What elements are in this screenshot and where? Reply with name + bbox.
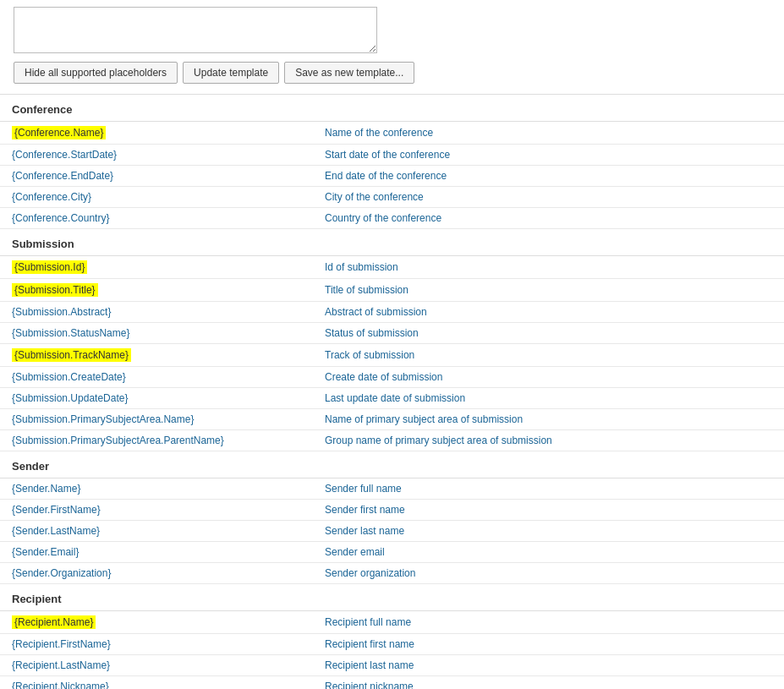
placeholder-cell: {Sender.LastName} (0, 521, 313, 542)
placeholder-cell: {Conference.Country} (0, 208, 313, 229)
table-row: {Conference.StartDate}Start date of the … (0, 145, 784, 166)
placeholder-cell: {Sender.Email} (0, 542, 313, 563)
description-cell: Create date of submission (313, 367, 784, 388)
description-cell: Last update date of submission (313, 388, 784, 409)
placeholder-cell: {Submission.StatusName} (0, 323, 313, 344)
description-cell: Recipient full name (313, 611, 784, 634)
placeholder-cell: {Submission.Title} (0, 279, 313, 302)
description-cell: Sender first name (313, 500, 784, 521)
table-row: {Conference.City}City of the conference (0, 187, 784, 208)
placeholder-text: {Sender.FirstName} (12, 504, 101, 516)
placeholder-cell: {Submission.Id} (0, 256, 313, 279)
placeholder-text: {Conference.EndDate} (12, 170, 113, 182)
description-cell: City of the conference (313, 187, 784, 208)
table-row: {Submission.Id}Id of submission (0, 256, 784, 279)
placeholder-text: {Conference.Country} (12, 212, 109, 224)
section-header: Submission (0, 229, 784, 256)
description-cell: Name of the conference (313, 122, 784, 145)
description-cell: Sender organization (313, 563, 784, 584)
highlighted-placeholder: {Submission.TrackName} (12, 348, 131, 362)
placeholder-cell: {Conference.EndDate} (0, 166, 313, 187)
section-header: Conference (0, 95, 784, 122)
description-cell: Sender email (313, 542, 784, 563)
highlighted-placeholder: {Conference.Name} (12, 126, 106, 139)
placeholder-text: {Submission.UpdateDate} (12, 392, 128, 404)
toolbar: Hide all supported placeholders Update t… (14, 62, 770, 84)
placeholder-cell: {Conference.StartDate} (0, 145, 313, 166)
placeholder-cell: {Submission.CreateDate} (0, 367, 313, 388)
description-cell: Country of the conference (313, 208, 784, 229)
table-row: {Submission.TrackName}Track of submissio… (0, 344, 784, 367)
description-cell: Status of submission (313, 323, 784, 344)
placeholder-cell: {Submission.TrackName} (0, 344, 313, 367)
description-cell: Abstract of submission (313, 302, 784, 323)
placeholder-text: {Submission.CreateDate} (12, 371, 126, 383)
placeholder-text: {Conference.City} (12, 191, 91, 203)
description-cell: Recipient nickname (313, 676, 784, 690)
table-row: {Conference.Country}Country of the confe… (0, 208, 784, 229)
table-row: {Sender.Name}Sender full name (0, 478, 784, 500)
placeholder-cell: {Recipient.Nickname} (0, 676, 313, 690)
description-cell: Recipient last name (313, 655, 784, 676)
section-title: Recipient (0, 584, 784, 611)
placeholder-cell: {Sender.Name} (0, 478, 313, 500)
description-cell: Name of primary subject area of submissi… (313, 409, 784, 430)
table-row: {Conference.Name}Name of the conference (0, 122, 784, 145)
placeholder-text: {Sender.Email} (12, 546, 79, 558)
placeholder-cell: {Conference.Name} (0, 122, 313, 145)
description-cell: Recipient first name (313, 634, 784, 655)
placeholder-text: {Submission.Abstract} (12, 306, 111, 318)
description-cell: Start date of the conference (313, 145, 784, 166)
table-row: {Submission.UpdateDate}Last update date … (0, 388, 784, 409)
placeholder-cell: {Sender.FirstName} (0, 500, 313, 521)
table-row: {Submission.Title}Title of submission (0, 279, 784, 302)
placeholder-cell: {Conference.City} (0, 187, 313, 208)
placeholder-text: {Submission.PrimarySubjectArea.Name} (12, 413, 194, 425)
placeholder-text: {Sender.LastName} (12, 525, 100, 537)
placeholder-cell: {Recipient.LastName} (0, 655, 313, 676)
highlighted-placeholder: {Submission.Title} (12, 283, 98, 297)
description-cell: Id of submission (313, 256, 784, 279)
table-row: {Recipient.FirstName}Recipient first nam… (0, 634, 784, 655)
table-row: {Submission.PrimarySubjectArea.Name}Name… (0, 409, 784, 430)
hide-placeholders-button[interactable]: Hide all supported placeholders (14, 62, 178, 84)
table-row: {Submission.Abstract}Abstract of submiss… (0, 302, 784, 323)
placeholder-text: {Sender.Organization} (12, 567, 111, 579)
description-cell: End date of the conference (313, 166, 784, 187)
placeholder-text: {Recipient.LastName} (12, 659, 110, 671)
highlighted-placeholder: {Submission.Id} (12, 260, 87, 274)
table-row: {Sender.LastName}Sender last name (0, 521, 784, 542)
placeholder-text: {Submission.StatusName} (12, 327, 129, 339)
table-row: {Submission.PrimarySubjectArea.ParentNam… (0, 430, 784, 451)
description-cell: Group name of primary subject area of su… (313, 430, 784, 451)
placeholder-cell: {Submission.PrimarySubjectArea.ParentNam… (0, 430, 313, 451)
table-row: {Recipient.Nickname}Recipient nickname (0, 676, 784, 690)
description-cell: Sender last name (313, 521, 784, 542)
section-header: Recipient (0, 584, 784, 611)
table-row: {Sender.Email}Sender email (0, 542, 784, 563)
section-title: Conference (0, 95, 784, 122)
top-area: Hide all supported placeholders Update t… (0, 0, 784, 95)
save-new-template-button[interactable]: Save as new template... (284, 62, 414, 84)
placeholder-cell: {Recipient.FirstName} (0, 634, 313, 655)
update-template-button[interactable]: Update template (183, 62, 279, 84)
section-title: Sender (0, 451, 784, 478)
placeholder-cell: {Submission.UpdateDate} (0, 388, 313, 409)
placeholder-cell: {Submission.PrimarySubjectArea.Name} (0, 409, 313, 430)
table-row: {Recipient.LastName}Recipient last name (0, 655, 784, 676)
highlighted-placeholder: {Recipient.Name} (12, 615, 96, 629)
description-cell: Title of submission (313, 279, 784, 302)
description-cell: Sender full name (313, 478, 784, 500)
placeholders-table: Conference{Conference.Name}Name of the c… (0, 95, 784, 689)
placeholder-text: {Recipient.Nickname} (12, 681, 109, 689)
placeholder-text: {Submission.PrimarySubjectArea.ParentNam… (12, 435, 224, 446)
section-title: Submission (0, 229, 784, 256)
template-textarea[interactable] (14, 7, 377, 53)
placeholder-text: {Recipient.FirstName} (12, 638, 111, 650)
table-row: {Sender.FirstName}Sender first name (0, 500, 784, 521)
section-header: Sender (0, 451, 784, 478)
placeholder-text: {Sender.Name} (12, 483, 80, 495)
description-cell: Track of submission (313, 344, 784, 367)
table-row: {Recipient.Name}Recipient full name (0, 611, 784, 634)
table-row: {Sender.Organization}Sender organization (0, 563, 784, 584)
